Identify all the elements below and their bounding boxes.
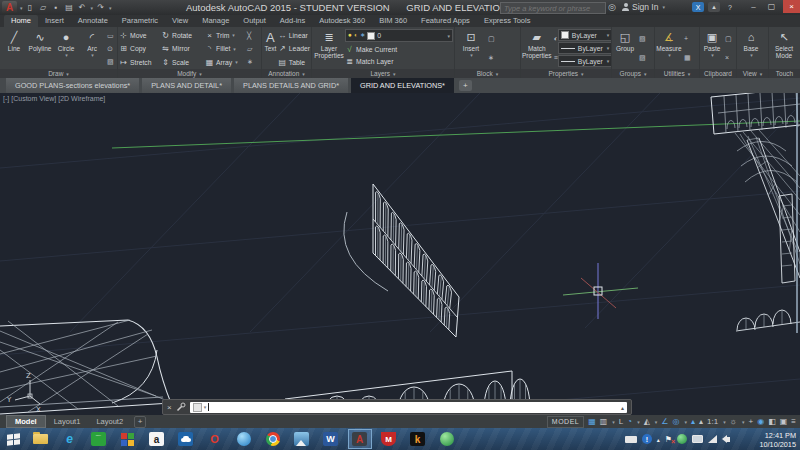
tab-insert[interactable]: Insert [38,15,71,27]
table-button[interactable]: ▤Table [278,56,310,68]
edit-block-icon[interactable]: ∗ [488,53,495,63]
undo-dropdown-icon[interactable]: ▾ [91,5,94,11]
line-button[interactable]: ╱ Line [1,28,27,69]
k-app-taskbar-button[interactable]: k [407,430,429,448]
network-signal-icon[interactable] [708,435,717,443]
polyline-button[interactable]: ∿ Polyline [27,28,53,69]
graphics-performance-icon[interactable]: ◧ [768,416,776,427]
move-button[interactable]: ⊹Move [119,29,161,41]
file-tab-good-plans[interactable]: GOOD PLANS-sections elevations* [6,78,139,93]
browser-swirl-taskbar-button[interactable] [233,430,255,448]
viewport-menu-control[interactable]: [-] [3,95,9,102]
scale-dropdown-icon[interactable]: ▾ [723,419,726,425]
autoscale-icon[interactable]: ▴ [699,416,703,427]
layers-panel-label[interactable]: Layers ▾ [312,69,454,78]
tab-addins[interactable]: Add-ins [273,15,312,27]
photos-taskbar-button[interactable] [291,430,313,448]
redo-dropdown-icon[interactable]: ▾ [109,5,112,11]
object-snap-tracking-icon[interactable]: ∠ [661,416,668,427]
arc-dropdown-icon[interactable]: ▾ [91,52,94,58]
photo-mosaic-app-button[interactable] [117,430,139,448]
hatch-icon[interactable]: ▨ [107,57,114,67]
groups-panel-label[interactable]: Groups ▾ [612,69,654,78]
close-button[interactable]: × [783,0,800,13]
copy-clip-icon[interactable]: ▢ [725,34,732,44]
cut-icon[interactable]: × [725,53,732,63]
stretch-button[interactable]: ↦Stretch [119,56,161,68]
explode-icon[interactable]: ∗ [247,57,253,67]
viewport-visual-style-control[interactable]: [2D Wireframe] [58,95,105,102]
recent-commands-icon[interactable] [193,403,202,412]
drawing-area[interactable]: ZYX [-] [Custom View] [2D Wireframe] × ▾… [0,93,800,415]
onedrive-taskbar-button[interactable] [175,430,197,448]
viewport-view-control[interactable]: [Custom View] [11,95,56,102]
customize-wrench-icon[interactable] [176,402,186,412]
start-button[interactable] [0,428,26,450]
draw-panel-label[interactable]: Draw ▾ [0,69,117,78]
new-icon[interactable]: ▯ [25,2,36,14]
model-space-button[interactable]: MODEL [547,416,584,428]
offset-icon[interactable]: ▱ [247,44,253,54]
osnap-dropdown-icon[interactable]: ▾ [685,419,688,425]
grid-icon[interactable]: ▦ [588,416,596,427]
tab-output[interactable]: Output [236,15,273,27]
action-center-flag-icon[interactable]: ⚑ [665,435,672,444]
annotation-monitor-icon[interactable]: + [749,416,754,427]
file-tab-plans-and-detail[interactable]: PLANS AND DETAIL* [142,78,231,93]
touch-keyboard-icon[interactable] [625,436,637,443]
clipboard-panel-label[interactable]: Clipboard [700,69,736,78]
exchange-apps-icon[interactable]: X [692,2,704,12]
circle-button[interactable]: ● Circle ▾ [53,28,79,69]
object-snap-icon[interactable]: ◎ [673,416,680,427]
circle-dropdown-icon[interactable]: ▾ [65,52,68,58]
command-input-field[interactable]: ▾ ▴ [190,402,627,413]
word-taskbar-button[interactable]: W [320,430,342,448]
speaker-icon[interactable] [722,435,730,443]
fillet-dropdown-icon[interactable]: ▾ [233,46,236,52]
make-current-button[interactable]: √ Make Current [345,43,453,55]
chrome-taskbar-button[interactable] [262,430,284,448]
mirror-button[interactable]: ⇋Mirror [161,43,205,55]
save-icon[interactable]: ▪ [51,2,62,14]
modify-panel-label[interactable]: Modify ▾ [118,69,261,78]
battery-icon[interactable] [692,435,703,443]
file-explorer-taskbar-button[interactable] [30,430,52,448]
insert-button[interactable]: ⊡ Insert ▾ [456,28,486,69]
search-binocular-icon[interactable]: ◎ [608,2,616,12]
new-layout-button[interactable]: + [134,416,146,428]
array-button[interactable]: ▦Array▾ [205,56,245,68]
green-sphere-taskbar-button[interactable] [436,430,458,448]
isodraft-icon[interactable]: ◭ [644,416,650,427]
isodraft-dropdown-icon[interactable]: ▾ [655,419,658,425]
sign-in-button[interactable]: Sign In ▾ [622,2,665,12]
tab-autodesk360[interactable]: Autodesk 360 [312,15,372,27]
command-dropdown-icon[interactable]: ▾ [204,404,207,410]
file-tab-grid-and-elevations[interactable]: GRID AND ELEVATIONS* [351,78,454,93]
mcafee-taskbar-button[interactable]: M [378,430,400,448]
ellipse-icon[interactable]: ⊙ [107,44,114,54]
quick-select-icon[interactable]: + [684,34,691,44]
lineweight-select[interactable]: ByLayer ▾ [558,55,611,67]
tab-bim360[interactable]: BIM 360 [372,15,414,27]
rectangle-icon[interactable]: ▭ [107,31,114,41]
paste-dropdown-icon[interactable]: ▾ [711,52,714,58]
tab-view[interactable]: View [165,15,195,27]
tab-parametric[interactable]: Parametric [115,15,165,27]
command-history-icon[interactable]: ▴ [621,404,624,411]
amazon-taskbar-button[interactable]: a [146,430,168,448]
tab-manage[interactable]: Manage [195,15,236,27]
open-icon[interactable]: ▱ [38,2,49,14]
tab-home[interactable]: Home [4,15,38,27]
calculator-icon[interactable]: ▦ [684,53,691,63]
new-drawing-tab-button[interactable]: + [459,80,472,91]
file-tab-plans-details-grid[interactable]: PLANS DETAILS AND GRID* [234,78,348,93]
base-dropdown-icon[interactable]: ▾ [750,52,753,58]
arc-button[interactable]: ◜ Arc ▾ [79,28,105,69]
select-mode-button[interactable]: ↖ Select Mode [770,28,798,69]
linear-button[interactable]: ↔Linear [278,29,310,41]
autocad-logo-button[interactable]: A [2,1,17,14]
create-block-icon[interactable]: ▢ [488,34,495,44]
autocad-taskbar-button[interactable]: A [349,430,371,448]
command-line-bar[interactable]: × ▾ ▴ [162,399,632,415]
chevron-down-icon[interactable]: ▾ [20,5,23,11]
